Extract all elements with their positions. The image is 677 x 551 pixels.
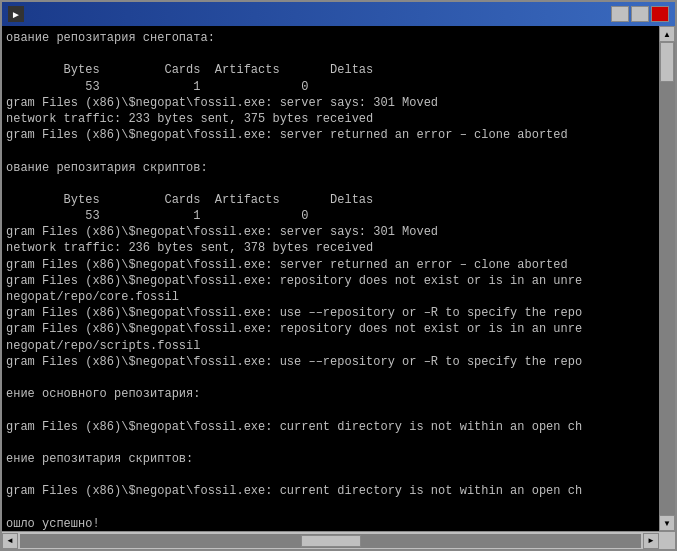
h-scroll-thumb[interactable] <box>301 535 361 547</box>
scroll-up-button[interactable]: ▲ <box>659 26 675 42</box>
window-icon: ► <box>8 6 24 22</box>
vertical-scrollbar[interactable]: ▲ ▼ <box>659 26 675 531</box>
scroll-thumb[interactable] <box>660 42 674 82</box>
cmd-window: ► ование репозитария снегопата: Bytes Ca… <box>0 0 677 551</box>
maximize-button[interactable] <box>631 6 649 22</box>
h-scroll-track[interactable] <box>20 534 641 548</box>
scroll-down-button[interactable]: ▼ <box>659 515 675 531</box>
window-body: ование репозитария снегопата: Bytes Card… <box>2 26 675 531</box>
close-button[interactable] <box>651 6 669 22</box>
scroll-track[interactable] <box>659 42 675 515</box>
terminal-output[interactable]: ование репозитария снегопата: Bytes Card… <box>2 26 659 531</box>
scrollbar-corner <box>659 533 675 549</box>
scroll-left-button[interactable]: ◄ <box>2 533 18 549</box>
title-bar: ► <box>2 2 675 26</box>
scroll-right-button[interactable]: ► <box>643 533 659 549</box>
bottom-bar: ◄ ► <box>2 531 675 549</box>
window-controls <box>611 6 669 22</box>
minimize-button[interactable] <box>611 6 629 22</box>
horizontal-scrollbar[interactable]: ◄ ► <box>2 533 659 549</box>
